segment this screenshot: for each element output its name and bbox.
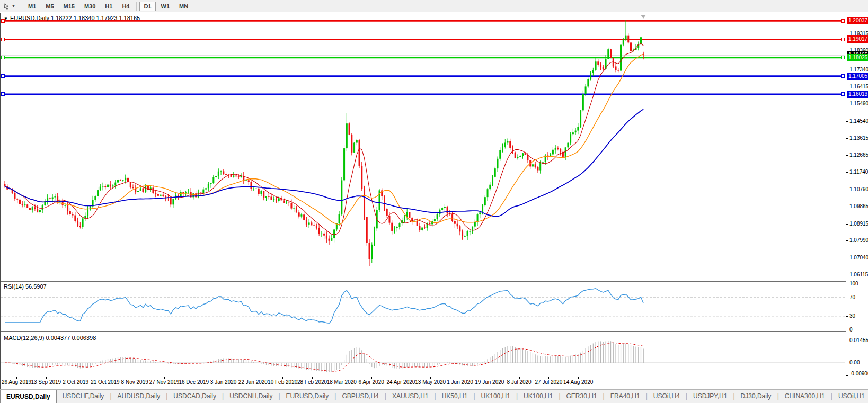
rsi-panel[interactable] bbox=[1, 282, 846, 331]
level-handle-right[interactable] bbox=[841, 19, 845, 23]
date-label: 27 Nov 2019 bbox=[149, 379, 180, 385]
price-tick-mark bbox=[846, 34, 848, 34]
price-tick-mark bbox=[846, 207, 848, 207]
tab-ger30-h1[interactable]: GER30,H1 bbox=[561, 390, 603, 403]
chart-cursor-icon bbox=[3, 3, 11, 10]
macd-histogram bbox=[5, 341, 643, 372]
chart-title: ▼EURUSD,Daily 1.18222 1.18340 1.17923 1.… bbox=[4, 15, 140, 21]
date-label: 14 Aug 2020 bbox=[563, 379, 593, 385]
tab-dj30-daily[interactable]: DJ30,Daily bbox=[735, 390, 777, 403]
tab-fra40-h1[interactable]: FRA40,H1 bbox=[605, 390, 646, 403]
level-lines-layer[interactable] bbox=[1, 21, 845, 94]
macd-tick-mark bbox=[846, 375, 848, 376]
top-toolbar: ▼ M1M5M15M30H1H4D1W1MN bbox=[0, 0, 868, 12]
tab-usdcnh-daily[interactable]: USDCNH,Daily bbox=[224, 390, 278, 403]
level-handle-right[interactable] bbox=[841, 92, 845, 96]
price-axis-line bbox=[846, 13, 846, 377]
date-label: 22 Jan 2020 bbox=[238, 379, 268, 385]
date-tick-mark bbox=[105, 377, 105, 379]
date-tick-mark bbox=[135, 377, 135, 379]
tab-audusd-daily[interactable]: AUDUSD,Daily bbox=[112, 390, 166, 403]
tab-xauusd-h1[interactable]: XAUUSD,H1 bbox=[386, 390, 435, 403]
tab-hk50-h1[interactable]: HK50,H1 bbox=[436, 390, 474, 403]
macd-tick-label: 0.00 bbox=[849, 360, 868, 366]
tab-uk100-h1[interactable]: UK100,H1 bbox=[475, 390, 516, 403]
panel-divider[interactable] bbox=[1, 331, 846, 332]
price-tick-mark bbox=[846, 240, 848, 241]
panel-divider[interactable] bbox=[1, 333, 846, 333]
level-handle-left[interactable] bbox=[1, 56, 5, 59]
macd-label: MACD(12,26,9) 0.004377 0.006398 bbox=[4, 335, 96, 341]
level-handle-right[interactable] bbox=[841, 74, 845, 78]
date-label: 26 Aug 2019 bbox=[2, 379, 31, 385]
price-tick-mark bbox=[846, 121, 848, 122]
date-label: 2 Oct 2019 bbox=[63, 379, 88, 385]
date-tick-mark bbox=[253, 377, 253, 379]
timeframe-button-mn[interactable]: MN bbox=[175, 2, 192, 11]
macd-panel[interactable] bbox=[1, 333, 846, 377]
tab-usoil-h1[interactable]: USOil,H1 bbox=[832, 390, 868, 403]
price-tick-label: 1.12665 bbox=[849, 152, 868, 158]
date-tick-mark bbox=[460, 377, 460, 379]
tab-eurusd-daily[interactable]: EURUSD,Daily bbox=[280, 390, 335, 403]
level-handle-right[interactable] bbox=[841, 38, 845, 41]
date-label: 27 Jul 2020 bbox=[535, 379, 563, 385]
macd-tick-label: 0.014556 bbox=[849, 337, 868, 344]
macd-tick-mark bbox=[846, 341, 848, 341]
timeframe-button-m15[interactable]: M15 bbox=[59, 2, 79, 11]
timeframe-button-m1[interactable]: M1 bbox=[24, 2, 40, 11]
timeframe-button-d1[interactable]: D1 bbox=[139, 2, 155, 11]
tabs: EURUSD,DailyUSDCHF,Daily|AUDUSD,Daily|US… bbox=[0, 390, 868, 403]
tab-eurusd-daily[interactable]: EURUSD,Daily bbox=[0, 390, 57, 403]
date-tick-mark bbox=[16, 377, 17, 379]
tab-usdjpy-h1[interactable]: USDJPY,H1 bbox=[687, 390, 733, 403]
timeframe-button-group: M1M5M15M30H1H4D1W1MN bbox=[23, 2, 193, 11]
tab-usoil-h4[interactable]: USOil,H4 bbox=[648, 390, 686, 403]
moving-average-line-8 bbox=[5, 43, 643, 235]
cursor-tool-button[interactable]: ▼ bbox=[0, 0, 17, 12]
level-handle-left[interactable] bbox=[1, 92, 5, 96]
time-axis-line bbox=[1, 377, 846, 377]
rsi-tick-label: 30 bbox=[849, 313, 868, 319]
timeframe-button-m5[interactable]: M5 bbox=[41, 2, 58, 11]
date-label: 28 Feb 2020 bbox=[297, 379, 327, 385]
chevron-down-icon[interactable]: ▼ bbox=[12, 4, 15, 8]
date-tick-mark bbox=[194, 377, 194, 379]
date-tick-mark bbox=[76, 377, 76, 379]
price-tick-mark bbox=[846, 87, 848, 87]
level-handle-right[interactable] bbox=[841, 56, 845, 59]
panel-divider[interactable] bbox=[1, 281, 846, 282]
date-label: 19 Jun 2020 bbox=[475, 379, 504, 385]
rsi-tick-label: 0 bbox=[849, 327, 868, 333]
date-label: 1 Jun 2020 bbox=[447, 379, 473, 385]
level-handle-left[interactable] bbox=[1, 19, 5, 23]
date-label: 8 Jul 2020 bbox=[507, 379, 532, 385]
timeframe-button-h4[interactable]: H4 bbox=[118, 2, 134, 11]
date-label: 24 Apr 2020 bbox=[386, 379, 415, 385]
rsi-label: RSI(14) 56.5907 bbox=[4, 283, 47, 290]
price-tick-mark bbox=[846, 172, 848, 173]
level-handle-left[interactable] bbox=[1, 74, 5, 78]
rsi-tick-label: 100 bbox=[849, 281, 868, 287]
date-label: 3 Jan 2020 bbox=[210, 379, 237, 385]
price-tick-mark bbox=[846, 224, 848, 225]
timeframe-button-w1[interactable]: W1 bbox=[157, 2, 174, 11]
panel-divider[interactable] bbox=[1, 280, 846, 280]
timeframe-button-h1[interactable]: H1 bbox=[101, 2, 117, 11]
chart-area[interactable]: ▼EURUSD,Daily 1.18222 1.18340 1.17923 1.… bbox=[0, 13, 868, 389]
tab-usdchf-daily[interactable]: USDCHF,Daily bbox=[57, 390, 110, 403]
tab-gbpusd-h4[interactable]: GBPUSD,H4 bbox=[336, 390, 384, 403]
tab-usdcad-daily[interactable]: USDCAD,Daily bbox=[167, 390, 222, 403]
price-tick-label: 1.14540 bbox=[849, 118, 868, 124]
main-chart[interactable] bbox=[1, 13, 846, 280]
tab-uk100-h1[interactable]: UK100,H1 bbox=[518, 390, 559, 403]
chart-shift-marker-icon[interactable] bbox=[641, 15, 646, 19]
rsi-tick-mark bbox=[846, 284, 848, 284]
timeframe-button-m30[interactable]: M30 bbox=[80, 2, 100, 11]
level-handle-left[interactable] bbox=[1, 38, 5, 41]
date-tick-mark bbox=[312, 377, 313, 379]
tab-china300-h1[interactable]: CHINA300,H1 bbox=[779, 390, 831, 403]
rsi-tick-label: 70 bbox=[849, 294, 868, 301]
price-tick-mark bbox=[846, 138, 848, 139]
toolbar-group-separator bbox=[136, 2, 137, 11]
